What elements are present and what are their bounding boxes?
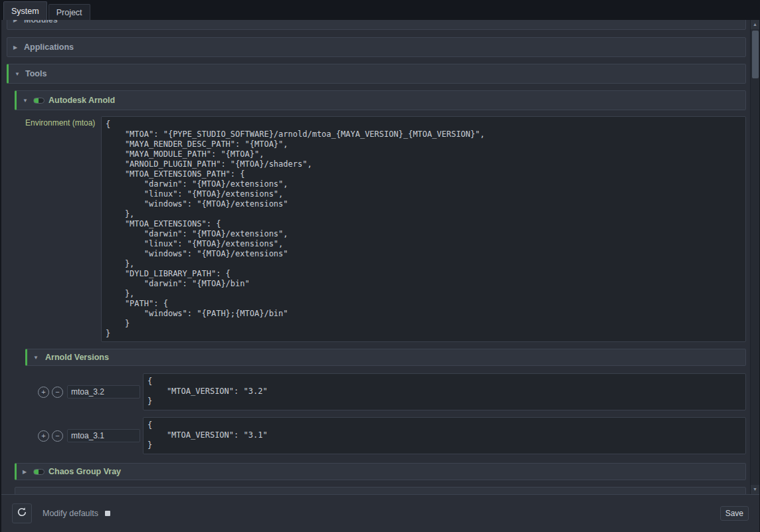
vertical-scrollbar[interactable]: ▲ ▼ — [750, 20, 759, 494]
group-label-chaos-group-vray: Chaos Group Vray — [48, 467, 121, 476]
collapse-arrow-icon: ▶ — [13, 20, 21, 23]
tab-project[interactable]: Project — [48, 4, 90, 20]
environment-label: Environment (mtoa) — [25, 116, 101, 128]
group-header-arnold-versions[interactable]: ▼ Arnold Versions — [25, 349, 746, 366]
section-header-tools[interactable]: ▼ Tools — [7, 64, 746, 84]
settings-window: System Project ▶ Modules ▶ Applications … — [0, 0, 760, 532]
expand-arrow-icon: ▼ — [15, 71, 23, 77]
tools-section-body: ▼ Autodesk Arnold Environment (mtoa) { "… — [7, 84, 746, 494]
section-label-applications: Applications — [24, 43, 74, 52]
section-label-tools: Tools — [25, 69, 47, 78]
group-header-autodesk-arnold[interactable]: ▼ Autodesk Arnold — [15, 90, 746, 110]
add-version-button[interactable]: + — [38, 430, 49, 442]
add-version-button[interactable]: + — [38, 387, 49, 398]
settings-scroll-area: ▶ Modules ▶ Applications ▼ Tools ▼ Autod… — [1, 20, 750, 494]
expand-arrow-icon: ▼ — [33, 355, 41, 361]
modify-defaults-label: Modify defaults — [43, 509, 98, 518]
section-header-clipped[interactable] — [15, 487, 746, 494]
remove-version-button[interactable]: − — [52, 387, 63, 398]
section-label-modules: Modules — [24, 20, 58, 25]
version-name-input[interactable] — [67, 385, 140, 399]
scrollbar-thumb[interactable] — [752, 31, 759, 78]
tab-system[interactable]: System — [3, 1, 47, 20]
remove-version-button[interactable]: − — [52, 430, 63, 442]
settings-main-area: ▶ Modules ▶ Applications ▼ Tools ▼ Autod… — [1, 20, 759, 494]
collapse-arrow-icon: ▶ — [13, 44, 21, 50]
environment-row: Environment (mtoa) { "MTOA": "{PYPE_STUD… — [15, 116, 746, 342]
version-json-textarea[interactable]: { "MTOA_VERSION": "3.1" } — [143, 417, 746, 454]
enabled-toggle-icon[interactable] — [33, 98, 45, 104]
footer-bar: Modify defaults Save — [1, 494, 759, 532]
expand-arrow-icon: ▼ — [23, 98, 31, 104]
scrollbar-track[interactable] — [751, 29, 759, 485]
enabled-toggle-icon[interactable] — [33, 469, 45, 475]
refresh-icon — [17, 507, 27, 520]
version-json-textarea[interactable]: { "MTOA_VERSION": "3.2" } — [143, 373, 746, 410]
scroll-down-arrow-icon[interactable]: ▼ — [751, 485, 759, 494]
save-button[interactable]: Save — [720, 506, 749, 521]
tab-bar: System Project — [1, 0, 759, 20]
group-label-arnold-versions: Arnold Versions — [45, 353, 109, 362]
version-row: + − { "MTOA_VERSION": "3.1" } — [15, 417, 746, 454]
version-row: + − { "MTOA_VERSION": "3.2" } — [15, 373, 746, 410]
section-header-applications[interactable]: ▶ Applications — [7, 37, 746, 57]
modify-defaults-checkbox[interactable] — [105, 511, 110, 516]
environment-json-textarea[interactable]: { "MTOA": "{PYPE_STUDIO_SOFTWARE}/arnold… — [101, 116, 746, 342]
version-name-input[interactable] — [67, 429, 140, 442]
section-header-modules[interactable]: ▶ Modules — [7, 20, 746, 30]
collapse-arrow-icon: ▶ — [23, 469, 31, 475]
group-header-chaos-group-vray[interactable]: ▶ Chaos Group Vray — [15, 463, 746, 480]
refresh-button[interactable] — [12, 503, 32, 523]
scroll-up-arrow-icon[interactable]: ▲ — [751, 20, 759, 29]
group-label-autodesk-arnold: Autodesk Arnold — [48, 96, 115, 105]
